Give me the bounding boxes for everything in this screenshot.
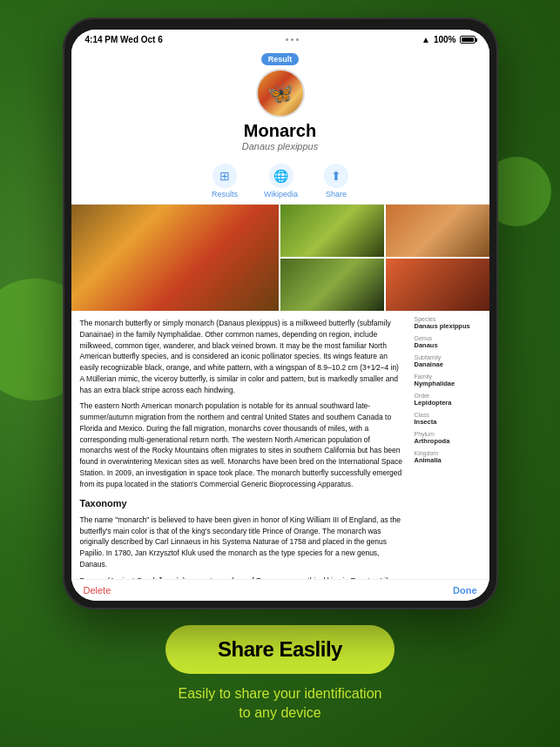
share-icon: ⬆	[324, 164, 348, 188]
taxon-label: Class	[415, 412, 484, 418]
status-time: 4:14 PM Wed Oct 6	[85, 35, 163, 44]
wikipedia-icon: 🌐	[269, 164, 293, 188]
species-common-name: Monarch	[244, 121, 316, 141]
photo-2	[280, 205, 384, 257]
article-para-3: The name "monarch" is believed to have b…	[80, 515, 404, 570]
wifi-icon: ▲	[422, 35, 430, 44]
battery-fill	[462, 37, 474, 42]
taxon-value: Danaus plexippus	[415, 322, 484, 330]
taxon-value: Lepidoptera	[415, 399, 484, 407]
taxon-group: SpeciesDanaus plexippus	[415, 316, 484, 330]
content-area: Result 🦋 Monarch Danaus plexippus ⊞ Resu…	[71, 46, 489, 579]
ipad-screen: 4:14 PM Wed Oct 6 ▲ 100% Result 🦋 Monarc…	[71, 30, 489, 601]
taxon-value: Danainae	[415, 360, 484, 368]
action-buttons-bar: ⊞ Results 🌐 Wikipedia ⬆ Share	[71, 157, 489, 205]
share-description: Easily to share your identificationto an…	[179, 684, 382, 723]
taxon-value: Danaus	[415, 341, 484, 349]
battery-percent: 100%	[434, 35, 456, 44]
article-text: The monarch butterfly or simply monarch …	[71, 311, 411, 579]
results-icon: ⊞	[213, 164, 237, 188]
taxon-value: Nymphalidae	[415, 380, 484, 387]
species-latin-name: Danaus plexippus	[242, 141, 318, 151]
photo-grid	[71, 205, 489, 311]
taxon-label: Family	[415, 374, 484, 380]
taxon-label: Order	[415, 393, 484, 399]
status-dot-3	[296, 38, 299, 41]
delete-button[interactable]: Delete	[84, 585, 111, 596]
taxon-value: Animalia	[415, 456, 484, 464]
share-description-text: Easily to share your identificationto an…	[179, 686, 382, 720]
taxon-value: Arthropoda	[415, 437, 484, 445]
ipad-frame: 4:14 PM Wed Oct 6 ▲ 100% Result 🦋 Monarc…	[63, 17, 498, 609]
taxon-group: OrderLepidoptera	[415, 393, 484, 407]
taxon-group: GenusDanaus	[415, 335, 484, 349]
status-center	[286, 38, 299, 41]
wikipedia-label: Wikipedia	[264, 190, 298, 199]
bottom-bar: Delete Done	[71, 579, 489, 601]
done-button[interactable]: Done	[453, 585, 477, 596]
taxon-label: Genus	[415, 335, 484, 341]
photo-1	[71, 205, 279, 311]
share-label: Share	[326, 190, 347, 199]
main-content: The monarch butterfly or simply monarch …	[71, 311, 489, 579]
article-para-1: The monarch butterfly or simply monarch …	[80, 318, 404, 395]
taxon-group: PhylumArthropoda	[415, 431, 484, 445]
taxon-group: FamilyNymphalidae	[415, 374, 484, 387]
photo-3	[386, 205, 489, 257]
photo-5	[386, 259, 489, 311]
taxonomy-heading: Taxonomy	[80, 496, 404, 511]
taxon-group: SubfamilyDanainae	[415, 354, 484, 368]
species-avatar: 🦋	[256, 69, 305, 118]
taxonomy-sidebar: SpeciesDanaus plexippusGenusDanausSubfam…	[411, 311, 489, 579]
taxon-label: Subfamily	[415, 354, 484, 360]
status-bar: 4:14 PM Wed Oct 6 ▲ 100%	[71, 30, 489, 46]
battery-icon	[460, 36, 476, 44]
result-badge: Result	[261, 53, 300, 65]
taxon-value: Insecta	[415, 418, 484, 426]
status-dot-2	[291, 38, 293, 41]
results-label: Results	[212, 190, 238, 199]
taxon-label: Species	[415, 316, 484, 322]
share-button[interactable]: ⬆ Share	[324, 164, 348, 199]
taxon-group: KingdomAnimalia	[415, 450, 484, 464]
taxon-group: ClassInsecta	[415, 412, 484, 426]
results-button[interactable]: ⊞ Results	[212, 164, 238, 199]
photo-4	[280, 259, 384, 311]
share-easlily-button[interactable]: Share Easlily	[165, 625, 395, 674]
status-right: ▲ 100%	[422, 35, 475, 44]
article-para-2: The eastern North American monarch popul…	[80, 400, 404, 489]
taxon-label: Phylum	[415, 431, 484, 437]
taxon-label: Kingdom	[415, 450, 484, 456]
share-section: Share Easlily Easily to share your ident…	[131, 625, 429, 723]
wikipedia-button[interactable]: 🌐 Wikipedia	[264, 164, 298, 199]
status-dot-1	[286, 38, 288, 41]
result-header: Result 🦋 Monarch Danaus plexippus	[71, 46, 489, 157]
